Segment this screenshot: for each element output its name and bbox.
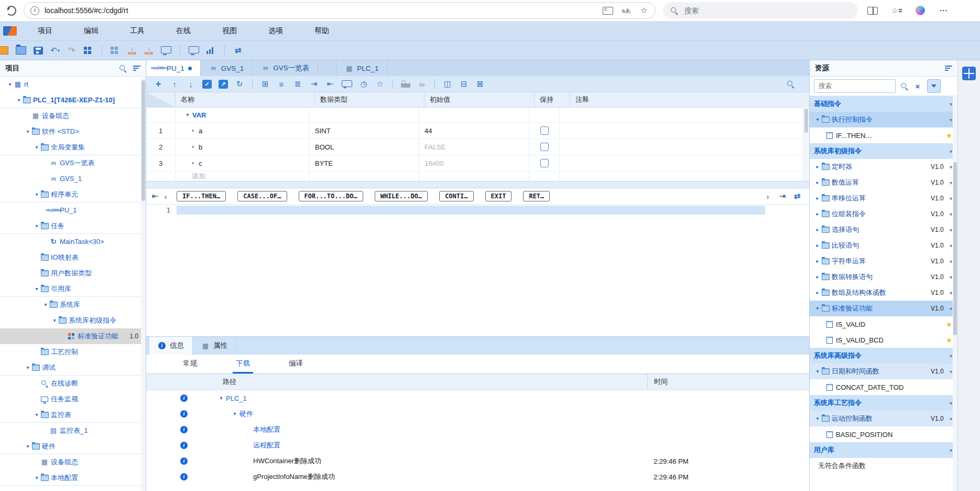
filter-button[interactable] — [927, 79, 941, 93]
dropdown-caret-icon[interactable]: ▾ — [950, 274, 952, 280]
tree-scrollbar[interactable] — [141, 76, 146, 491]
a[interactable]: 1 a SINT 44 — [146, 123, 809, 139]
snippet-for-to-do[interactable]: FOR...TO...DO… — [299, 191, 363, 201]
undo-icon[interactable]: ↶ — [50, 44, 60, 57]
move-down-icon[interactable]: ↓ — [186, 78, 195, 90]
link-icon[interactable]: ∞ — [417, 78, 427, 90]
resource-item[interactable]: 数据转换语句 V1.0 ▾ ★ — [810, 269, 957, 285]
refresh-icon[interactable]: ↻ — [235, 78, 244, 90]
redo-icon[interactable]: ↷ — [67, 44, 77, 57]
split-vertical-icon[interactable]: ⊟ — [459, 78, 469, 90]
tree-item[interactable]: 0 CPU_1[T426E-XEP-… — [0, 486, 146, 491]
tree-item[interactable]: 在线诊断 — [0, 376, 146, 391]
dropdown-caret-icon[interactable]: ▾ — [950, 353, 952, 359]
expander-icon[interactable] — [217, 396, 225, 401]
expander-icon[interactable] — [231, 411, 238, 417]
expander-icon[interactable] — [24, 129, 31, 134]
dropdown-caret-icon[interactable]: ▾ — [950, 196, 952, 201]
statistics-icon[interactable] — [206, 47, 216, 54]
address-bar[interactable]: localhost:5556/#c:/cdgd/rt aあ☆ — [24, 2, 656, 19]
resource-item[interactable]: 比较语句 V1.0 ▾ ★ — [810, 238, 957, 253]
expander-icon[interactable] — [33, 223, 40, 229]
resource-item[interactable]: 定时器 V1.0 ▾ ★ — [810, 159, 957, 175]
resource-item[interactable]: 运动控制函数 V1.0 ▾ ★ — [810, 411, 957, 426]
jump-start-icon[interactable]: ⇤ — [150, 190, 160, 202]
expander-icon[interactable] — [814, 164, 821, 169]
tree-item[interactable]: 系统库 — [0, 297, 146, 313]
comment-cell[interactable] — [560, 155, 809, 171]
init-value-cell[interactable]: 44 — [419, 123, 529, 138]
more-menu-icon[interactable]: ⋯ — [939, 4, 948, 17]
split-horizontal-icon[interactable]: ◫ — [443, 78, 452, 90]
scroll-right-icon[interactable]: › — [763, 190, 772, 202]
favorite-icon[interactable]: ☆ — [375, 78, 385, 90]
row-number[interactable]: 1 — [146, 123, 176, 138]
indent-icon[interactable]: ⇥ — [309, 78, 319, 90]
project-search-icon[interactable] — [119, 65, 127, 72]
tree-item[interactable]: 设备组态 — [0, 108, 146, 124]
expander-icon[interactable] — [33, 286, 40, 292]
open-project-icon[interactable] — [16, 46, 26, 55]
resources-sort-icon[interactable] — [945, 65, 952, 71]
init-value-cell[interactable]: FALSE — [419, 139, 529, 155]
dropdown-caret-icon[interactable]: ▾ — [950, 447, 952, 453]
scrollbar-thumb[interactable] — [141, 80, 145, 201]
resource-item[interactable]: 字符串运算 V1.0 ▾ ★ — [810, 253, 957, 269]
project-filter-icon[interactable] — [133, 65, 140, 71]
dropdown-caret-icon[interactable]: ▾ — [950, 290, 952, 296]
expander-icon[interactable] — [24, 365, 31, 370]
res-standard-validation[interactable]: 标准验证功能 V1.0 ▾ ★ — [810, 301, 957, 316]
menu-project[interactable]: 项目 — [22, 22, 68, 40]
menu-edit[interactable]: 编辑 — [68, 22, 114, 40]
snippet-continue[interactable]: CONTI… — [439, 191, 473, 201]
res-is-valid[interactable]: IS_VALID ▾ ★ — [810, 316, 957, 332]
type-cell[interactable]: BOOL — [310, 139, 419, 155]
comment-cell[interactable] — [560, 139, 809, 155]
tree-item[interactable]: 本地配置 — [0, 470, 146, 486]
retain-cell[interactable] — [529, 139, 560, 155]
expander-icon[interactable] — [814, 274, 821, 280]
translate-icon[interactable]: aあ — [622, 4, 631, 17]
favorite-star-icon[interactable]: ★ — [946, 336, 952, 344]
section-sys-basic[interactable]: 系统库初级指令 ▾ ★ — [810, 143, 957, 159]
menu-options[interactable]: 选项 — [253, 22, 299, 40]
menu-help[interactable]: 帮助 — [299, 22, 345, 40]
expander-icon[interactable] — [814, 196, 821, 201]
expander-icon[interactable] — [33, 145, 40, 150]
copilot-icon[interactable] — [916, 6, 925, 15]
save-icon[interactable] — [34, 47, 43, 55]
expander-icon[interactable] — [15, 98, 23, 103]
expander-icon[interactable] — [6, 82, 14, 87]
dropdown-caret-icon[interactable]: ▾ — [950, 164, 952, 170]
resource-search-input[interactable] — [814, 79, 896, 93]
tree-item[interactable]: 引用库 — [0, 281, 146, 297]
expander-icon[interactable] — [814, 243, 821, 248]
dropdown-caret-icon[interactable]: ▾ — [950, 148, 952, 154]
tab-gvs-list[interactable]: GVS一览表 — [253, 60, 318, 76]
retain-checkbox[interactable] — [540, 126, 549, 135]
expander-icon[interactable] — [814, 306, 821, 311]
tree-item-pu-1[interactable]: PU_1 — [0, 202, 146, 218]
collapse-all-icon[interactable]: × — [913, 80, 922, 92]
var-group-row[interactable]: VAR — [146, 108, 809, 123]
snippet-if-then[interactable]: IF...THEN… — [177, 191, 226, 201]
tab-plc-1[interactable]: PLC_1 — [336, 60, 387, 76]
res-exec-control[interactable]: 执行控制指令 ▾ ★ — [810, 112, 957, 127]
tree-item[interactable]: MainTask<30> — [0, 234, 146, 250]
log-row[interactable]: PLC_1 — [146, 390, 809, 406]
tree-item[interactable]: 监控表 — [0, 407, 146, 423]
dropdown-caret-icon[interactable]: ▾ — [950, 211, 952, 217]
table-scrollbar[interactable] — [803, 107, 809, 181]
tree-item[interactable]: 任务监视 — [0, 391, 146, 407]
resource-item[interactable]: 数组及结构体函数 V1.0 ▾ ★ — [810, 285, 957, 301]
align-bottom-icon[interactable]: ≣ — [293, 78, 302, 90]
expander-icon[interactable] — [814, 117, 821, 122]
expander-icon[interactable] — [814, 290, 821, 295]
device-view-icon[interactable] — [189, 46, 199, 54]
split-screen-icon[interactable] — [867, 7, 878, 15]
res-is-valid-bcd[interactable]: IS_VALID_BCD ▾ ★ — [810, 332, 957, 348]
comment-cell[interactable] — [560, 123, 809, 138]
search-icon[interactable] — [900, 82, 908, 90]
compare-icon[interactable]: ⇄ — [233, 44, 243, 57]
dropdown-caret-icon[interactable]: ▾ — [950, 306, 952, 312]
